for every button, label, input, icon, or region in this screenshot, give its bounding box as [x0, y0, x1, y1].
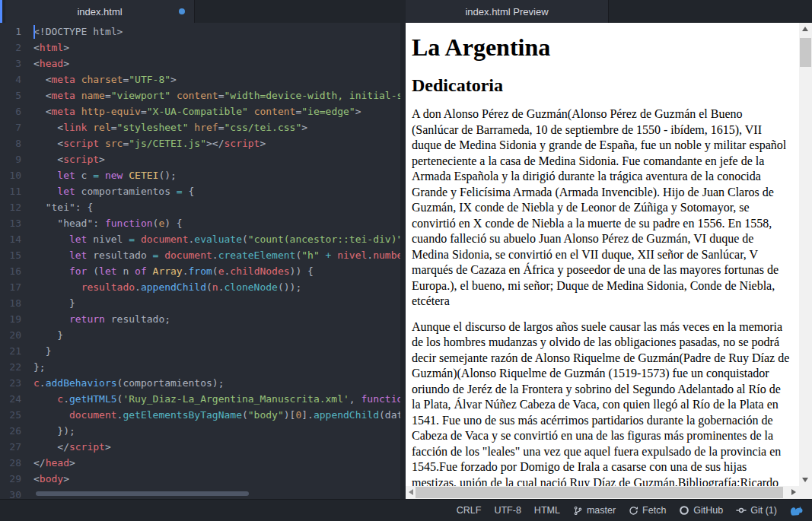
line-number[interactable]: 27: [0, 439, 21, 455]
line-number[interactable]: 16: [0, 263, 21, 279]
code-line[interactable]: 12 "tei": {: [0, 199, 406, 215]
line-number[interactable]: 7: [0, 119, 21, 135]
line-number[interactable]: 14: [0, 231, 21, 247]
scroll-up-arrow-icon[interactable]: [802, 27, 808, 31]
status-label: Git (1): [750, 505, 777, 516]
active-pane-indicator: [0, 0, 2, 23]
line-number[interactable]: 13: [0, 215, 21, 231]
line-number[interactable]: 23: [0, 375, 21, 391]
code-line[interactable]: 5 <meta name="viewport" content="width=d…: [0, 87, 406, 103]
scroll-left-arrow-icon[interactable]: [409, 489, 413, 495]
editor-vertical-scrollbar[interactable]: [400, 23, 406, 499]
line-number[interactable]: 2: [0, 40, 21, 56]
line-number[interactable]: 15: [0, 247, 21, 263]
line-number[interactable]: 12: [0, 199, 21, 215]
status-label: HTML: [534, 505, 560, 516]
status-item-github[interactable]: GitHub: [679, 505, 723, 516]
code-line[interactable]: 18 }: [0, 295, 406, 311]
line-number[interactable]: 1: [0, 24, 21, 40]
line-number[interactable]: 28: [0, 455, 21, 471]
vertical-scroll-thumb[interactable]: [800, 38, 811, 67]
preview-paragraph: A don Alonso Pérez de Guzmán(Alonso Pére…: [412, 106, 791, 310]
line-number[interactable]: 21: [0, 343, 21, 359]
code-text: for (let n of Array.from(e.childNodes)) …: [33, 263, 314, 279]
code-line[interactable]: 13 "head": function(e) {: [0, 215, 406, 231]
code-line[interactable]: 25 document.getElementsByTagName("body")…: [0, 407, 406, 423]
git-branch-icon: [573, 506, 583, 516]
code-line[interactable]: 8 <script src="js/CETEI.js"></script>: [0, 135, 406, 151]
code-line[interactable]: 22};: [0, 359, 406, 375]
code-line[interactable]: 2<html>: [0, 40, 406, 56]
line-number[interactable]: 26: [0, 423, 21, 439]
code-text: <meta name="viewport" content="width=dev…: [33, 87, 406, 103]
code-text: resultado.appendChild(n.cloneNode());: [33, 279, 301, 295]
status-item-squirrel[interactable]: [790, 504, 803, 516]
line-number[interactable]: 29: [0, 471, 21, 487]
line-number[interactable]: 22: [0, 359, 21, 375]
code-line[interactable]: 1<!DOCTYPE html>: [0, 24, 406, 40]
code-text: }: [33, 295, 75, 311]
preview-tab-strip: index.html Preview: [406, 0, 812, 23]
code-line[interactable]: 6 <meta http-equiv="X-UA-Compatible" con…: [0, 103, 406, 119]
line-number[interactable]: 30: [0, 487, 21, 499]
code-line[interactable]: 16 for (let n of Array.from(e.childNodes…: [0, 263, 406, 279]
line-number[interactable]: 8: [0, 135, 21, 151]
line-number[interactable]: 9: [0, 151, 21, 167]
line-number[interactable]: 20: [0, 327, 21, 343]
code-line[interactable]: 24 c.getHTML5('Ruy_Diaz-La_Argentina_Man…: [0, 391, 406, 407]
status-item-master[interactable]: master: [573, 505, 616, 516]
line-number[interactable]: 25: [0, 407, 21, 423]
scroll-down-arrow-icon[interactable]: [802, 478, 808, 482]
line-number[interactable]: 11: [0, 183, 21, 199]
code-line[interactable]: 14 let nivel = document.evaluate("count(…: [0, 231, 406, 247]
code-line[interactable]: 11 let comportamientos = {: [0, 183, 406, 199]
squirrel-icon: [790, 504, 803, 516]
status-item-utf-8[interactable]: UTF-8: [494, 505, 521, 516]
code-line[interactable]: 26 });: [0, 423, 406, 439]
code-line[interactable]: 27 </script>: [0, 439, 406, 455]
code-text: }: [33, 343, 51, 359]
editor-pane[interactable]: 1<!DOCTYPE html>2<html>3<head>4 <meta ch…: [0, 23, 406, 499]
status-item-html[interactable]: HTML: [534, 505, 560, 516]
line-number[interactable]: 18: [0, 295, 21, 311]
scroll-right-arrow-icon[interactable]: [791, 489, 796, 495]
preview-horizontal-scrollbar[interactable]: [406, 486, 799, 499]
code-text: <script>: [33, 151, 105, 167]
code-line[interactable]: 28</head>: [0, 455, 406, 471]
code-line[interactable]: 17 resultado.appendChild(n.cloneNode());: [0, 279, 406, 295]
code-line[interactable]: 19 return resultado;: [0, 311, 406, 327]
code-line[interactable]: 4 <meta charset="UTF-8">: [0, 71, 406, 87]
code-text: </script>: [33, 439, 111, 455]
code-text: }: [33, 327, 63, 343]
status-item-crlf[interactable]: CRLF: [457, 505, 482, 516]
line-number[interactable]: 5: [0, 87, 21, 103]
line-number[interactable]: 19: [0, 311, 21, 327]
line-number[interactable]: 4: [0, 71, 21, 87]
line-number[interactable]: 10: [0, 167, 21, 183]
editor-horizontal-scrollbar[interactable]: [36, 491, 249, 496]
code-line[interactable]: 3<head>: [0, 56, 406, 71]
code-line[interactable]: 21 }: [0, 343, 406, 359]
code-text: };: [33, 359, 46, 375]
code-line[interactable]: 10 let c = new CETEI();: [0, 167, 406, 183]
preview-paragraph: Aunque el discurso de largos años suele …: [412, 319, 791, 487]
status-label: Fetch: [642, 505, 666, 516]
line-number[interactable]: 24: [0, 391, 21, 407]
code-line[interactable]: 9 <script>: [0, 151, 406, 167]
code-text: </head>: [33, 455, 75, 471]
line-number[interactable]: 6: [0, 103, 21, 119]
status-item-fetch[interactable]: Fetch: [629, 505, 666, 516]
line-number[interactable]: 3: [0, 56, 21, 71]
line-number[interactable]: 17: [0, 279, 21, 295]
code-line[interactable]: 29<body>: [0, 471, 406, 487]
tab-index-html[interactable]: index.html: [5, 0, 195, 23]
horizontal-scroll-thumb[interactable]: [416, 487, 783, 498]
code-line[interactable]: 23c.addBehaviors(comportamientos);: [0, 375, 406, 391]
status-item-git-1-[interactable]: Git (1): [736, 505, 777, 516]
preview-vertical-scrollbar[interactable]: [799, 23, 812, 486]
code-text: <meta http-equiv="X-UA-Compatible" conte…: [33, 103, 361, 119]
code-line[interactable]: 7 <link rel="stylesheet" href="css/tei.c…: [0, 119, 406, 135]
code-line[interactable]: 15 let resultado = document.createElemen…: [0, 247, 406, 263]
tab-index-html-preview[interactable]: index.html Preview: [406, 0, 609, 23]
code-line[interactable]: 20 }: [0, 327, 406, 343]
